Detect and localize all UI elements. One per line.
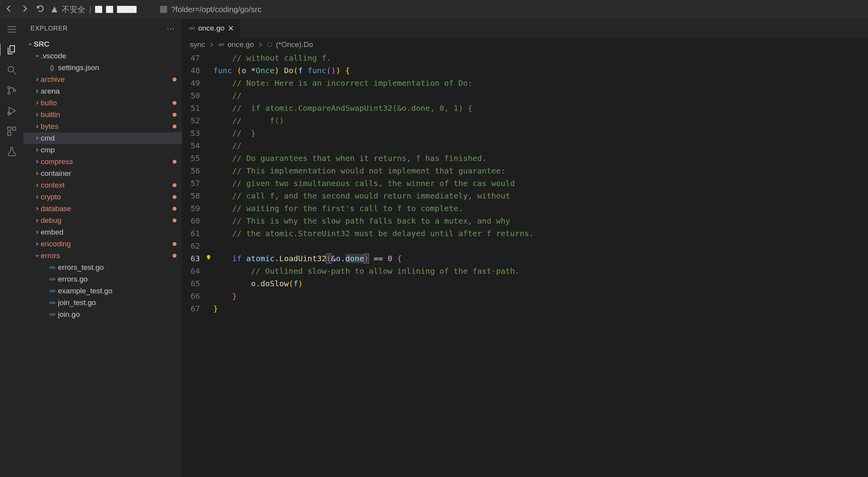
code-line[interactable]: 60 // This is why the slow path falls ba…: [182, 215, 868, 227]
code-line[interactable]: 61 // the atomic.StoreUint32 must be del…: [182, 227, 868, 240]
svg-rect-6: [13, 127, 16, 130]
code-line[interactable]: 50 //: [182, 89, 868, 102]
chevron-icon: [34, 112, 41, 117]
more-icon[interactable]: ⋯: [167, 24, 175, 33]
folder-item[interactable]: bufio: [23, 97, 182, 109]
lightbulb-icon[interactable]: [205, 255, 212, 261]
tab-once-go[interactable]: ◦GO once.go ✕: [182, 19, 240, 38]
reload-icon[interactable]: [36, 4, 45, 14]
file-item[interactable]: ◦GOjoin.go: [23, 309, 182, 320]
folder-item[interactable]: compress: [23, 156, 182, 168]
file-item[interactable]: ◦GOjoin_test.go: [23, 297, 182, 309]
insecure-label: 不安全: [62, 4, 85, 15]
code-line[interactable]: 62: [182, 240, 868, 252]
chevron-icon: [34, 229, 41, 235]
folder-item[interactable]: encoding: [23, 238, 182, 250]
folder-item[interactable]: debug: [23, 215, 182, 226]
folder-item[interactable]: arena: [23, 85, 182, 97]
source-control-icon[interactable]: [6, 85, 18, 96]
folder-item[interactable]: builtin: [23, 109, 182, 121]
file-item[interactable]: {}settings.json: [23, 62, 182, 74]
chevron-icon: [34, 241, 41, 247]
svg-point-1: [8, 87, 10, 89]
tree-root[interactable]: SRC: [23, 38, 182, 50]
modified-dot-icon: [173, 254, 176, 258]
flask-icon[interactable]: [6, 146, 18, 157]
modified-dot-icon: [173, 219, 176, 222]
insecure-icon: [51, 6, 58, 13]
folder-item[interactable]: errors: [23, 250, 182, 262]
chevron-icon: [34, 77, 41, 82]
code-line[interactable]: 64 // Outlined slow-path to allow inlini…: [182, 265, 868, 277]
search-icon[interactable]: [6, 64, 18, 76]
chevron-icon: [34, 89, 41, 94]
code-line[interactable]: 67}: [182, 302, 868, 315]
tab-bar: ◦GO once.go ✕: [182, 19, 868, 38]
code-line[interactable]: 55 // Do guarantees that when it returns…: [182, 152, 868, 164]
browser-toolbar: 不安全 | ?folder=/opt/coding/go/src: [0, 0, 868, 19]
folder-item[interactable]: crypto: [23, 191, 182, 203]
folder-item[interactable]: cmd: [23, 132, 182, 144]
tab-label: once.go: [198, 24, 225, 33]
sidebar: EXPLORER ⋯ SRC .vscode{}settings.jsonarc…: [23, 19, 182, 477]
folder-item[interactable]: database: [23, 203, 182, 215]
breadcrumb[interactable]: sync ◦GO once.go (*Once).Do: [182, 38, 868, 52]
code-line[interactable]: 49 // Note: Here is an incorrect impleme…: [182, 77, 868, 89]
modified-dot-icon: [173, 183, 176, 187]
code-editor[interactable]: 47 // without calling f.48func (o *Once)…: [182, 52, 868, 477]
code-line[interactable]: 59 // waiting for the first's call to f …: [182, 202, 868, 215]
chevron-icon: [34, 136, 41, 141]
close-icon[interactable]: ✕: [228, 24, 234, 33]
menu-icon[interactable]: [6, 23, 18, 35]
code-line[interactable]: 53 // }: [182, 127, 868, 139]
chevron-icon: [34, 253, 41, 258]
go-icon: ◦GO: [218, 43, 224, 47]
code-line[interactable]: 54 //: [182, 139, 868, 152]
back-icon[interactable]: [5, 4, 13, 14]
folder-item[interactable]: context: [23, 179, 182, 191]
svg-point-0: [8, 67, 14, 72]
chevron-right-icon: [208, 42, 214, 48]
modified-dot-icon: [173, 242, 176, 246]
chevron-icon: [34, 182, 41, 188]
editor-area: ◦GO once.go ✕ sync ◦GO once.go (*Once).D…: [182, 19, 868, 477]
folder-item[interactable]: bytes: [23, 121, 182, 132]
folder-item[interactable]: container: [23, 168, 182, 179]
modified-dot-icon: [173, 160, 176, 164]
folder-item[interactable]: embed: [23, 226, 182, 238]
activity-bar: [0, 19, 23, 477]
svg-point-3: [13, 89, 16, 92]
modified-dot-icon: [173, 78, 176, 81]
go-icon: ◦GO: [188, 26, 195, 30]
code-line[interactable]: 51 // if atomic.CompareAndSwapUint32(&o.…: [182, 102, 868, 114]
file-item[interactable]: ◦GOexample_test.go: [23, 285, 182, 297]
code-line[interactable]: 66 }: [182, 290, 868, 302]
code-line[interactable]: 48func (o *Once) Do(f func()) {: [182, 64, 868, 77]
code-line[interactable]: 65 o.doSlow(f): [182, 277, 868, 290]
modified-dot-icon: [173, 113, 176, 117]
code-line[interactable]: 63 if atomic.LoadUint32(&o.done) == 0 {: [182, 252, 868, 265]
symbol-method-icon: [267, 42, 273, 48]
explorer-icon[interactable]: [0, 44, 23, 56]
file-tree: SRC .vscode{}settings.jsonarchivearenabu…: [23, 38, 182, 477]
file-item[interactable]: ◦GOerrors_test.go: [23, 262, 182, 273]
go-icon: ◦GO: [48, 289, 56, 293]
folder-item[interactable]: cmp: [23, 144, 182, 156]
code-line[interactable]: 57 // given two simultaneous calls, the …: [182, 177, 868, 190]
code-line[interactable]: 58 // call f, and the second would retur…: [182, 190, 868, 202]
folder-item[interactable]: .vscode: [23, 50, 182, 62]
chevron-icon: [34, 194, 41, 200]
folder-item[interactable]: archive: [23, 74, 182, 85]
code-line[interactable]: 47 // without calling f.: [182, 52, 868, 64]
file-item[interactable]: ◦GOerrors.go: [23, 273, 182, 285]
forward-icon[interactable]: [20, 4, 29, 14]
extensions-icon[interactable]: [6, 125, 18, 137]
chevron-icon: [34, 53, 41, 59]
code-line[interactable]: 52 // f(): [182, 114, 868, 127]
debug-icon[interactable]: [6, 105, 18, 117]
url-bar[interactable]: 不安全 | ?folder=/opt/coding/go/src: [51, 4, 261, 15]
code-line[interactable]: 56 // This implementation would not impl…: [182, 164, 868, 177]
modified-dot-icon: [173, 207, 176, 211]
chevron-icon: [34, 100, 41, 106]
chevron-icon: [34, 171, 41, 176]
